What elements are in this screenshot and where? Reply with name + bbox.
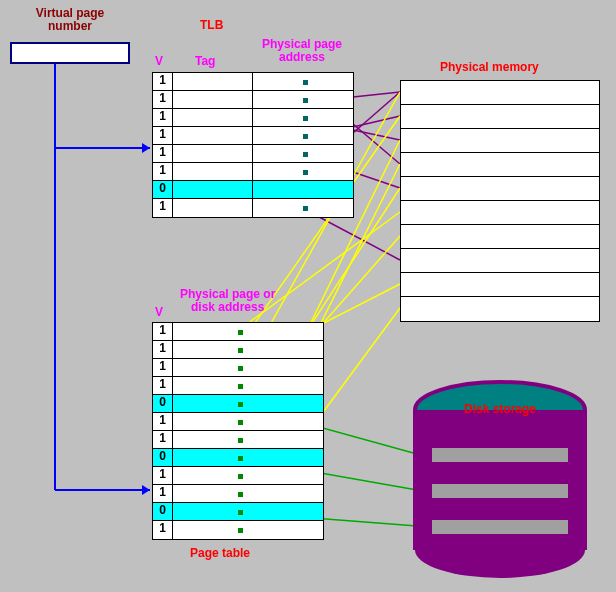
svg-marker-4 — [142, 485, 150, 495]
pt-valid-cell: 1 — [153, 341, 173, 358]
pt-addr-cell — [173, 359, 323, 376]
page-table-row: 1 — [153, 341, 323, 359]
physical-memory-row — [401, 177, 599, 201]
pt-valid-cell: 1 — [153, 431, 173, 448]
tlb-ppa-cell — [253, 109, 353, 126]
tlb-row: 1 — [153, 199, 353, 217]
pt-addr-header: Physical page or disk address — [180, 288, 275, 314]
physical-memory-label: Physical memory — [440, 60, 539, 74]
physical-memory-row — [401, 225, 599, 249]
tlb-row: 1 — [153, 127, 353, 145]
page-table: 111101101101 — [152, 322, 324, 540]
pt-valid-cell: 1 — [153, 323, 173, 340]
pt-mapping-dot — [238, 528, 243, 533]
tlb-table: 11111101 — [152, 72, 354, 218]
tlb-ppa-cell — [253, 163, 353, 180]
pt-mapping-dot — [238, 492, 243, 497]
tlb-ppa-cell — [253, 199, 353, 217]
tlb-row: 1 — [153, 163, 353, 181]
tlb-tag-cell — [173, 91, 253, 108]
pt-addr-cell — [173, 413, 323, 430]
tlb-row: 1 — [153, 73, 353, 91]
physical-memory-row — [401, 81, 599, 105]
pt-valid-cell: 0 — [153, 503, 173, 520]
physical-memory-row — [401, 201, 599, 225]
pt-valid-cell: 1 — [153, 377, 173, 394]
pt-mapping-dot — [238, 474, 243, 479]
tlb-title: TLB — [200, 18, 223, 32]
pt-mapping-dot — [238, 510, 243, 515]
tlb-valid-cell: 1 — [153, 127, 173, 144]
physical-memory-table — [400, 80, 600, 322]
physical-memory-row — [401, 249, 599, 273]
page-table-row: 0 — [153, 449, 323, 467]
tlb-valid-cell: 1 — [153, 109, 173, 126]
tlb-tag-header: Tag — [195, 54, 215, 68]
virtual-page-number-label: Virtual page number — [20, 7, 120, 33]
pt-mapping-dot — [238, 438, 243, 443]
pt-addr-cell — [173, 449, 323, 466]
pt-addr-cell — [173, 395, 323, 412]
physical-memory-row — [401, 105, 599, 129]
physical-memory-row — [401, 273, 599, 297]
page-table-row: 1 — [153, 323, 323, 341]
pt-mapping-dot — [238, 348, 243, 353]
tlb-mapping-dot — [303, 80, 308, 85]
pt-addr-cell — [173, 503, 323, 520]
tlb-mapping-dot — [303, 98, 308, 103]
page-table-row: 1 — [153, 377, 323, 395]
pt-valid-cell: 1 — [153, 467, 173, 484]
pt-mapping-dot — [238, 366, 243, 371]
tlb-ppa-cell — [253, 145, 353, 162]
pt-addr-cell — [173, 431, 323, 448]
pt-valid-cell: 1 — [153, 521, 173, 539]
page-table-row: 0 — [153, 503, 323, 521]
tlb-valid-cell: 1 — [153, 163, 173, 180]
disk-storage-label: Disk storage — [455, 402, 545, 416]
pt-addr-cell — [173, 341, 323, 358]
pt-valid-cell: 0 — [153, 449, 173, 466]
svg-marker-2 — [142, 143, 150, 153]
tlb-tag-cell — [173, 73, 253, 90]
tlb-ppa-header: Physical page address — [262, 38, 342, 64]
page-table-row: 1 — [153, 359, 323, 377]
tlb-ppa-cell — [253, 91, 353, 108]
physical-memory-row — [401, 153, 599, 177]
page-table-row: 1 — [153, 467, 323, 485]
tlb-row: 0 — [153, 181, 353, 199]
pt-mapping-dot — [238, 384, 243, 389]
physical-memory-row — [401, 129, 599, 153]
tlb-ppa-cell — [253, 127, 353, 144]
page-table-row: 1 — [153, 521, 323, 539]
pt-addr-cell — [173, 485, 323, 502]
physical-memory-row — [401, 297, 599, 321]
tlb-mapping-dot — [303, 170, 308, 175]
pt-valid-cell: 1 — [153, 359, 173, 376]
tlb-ppa-cell — [253, 73, 353, 90]
pt-mapping-dot — [238, 456, 243, 461]
tlb-tag-cell — [173, 163, 253, 180]
page-table-row: 1 — [153, 485, 323, 503]
tlb-tag-cell — [173, 145, 253, 162]
virtual-page-number-box — [10, 42, 130, 64]
pt-addr-cell — [173, 377, 323, 394]
page-table-row: 0 — [153, 395, 323, 413]
pt-mapping-dot — [238, 420, 243, 425]
pt-addr-cell — [173, 323, 323, 340]
pt-mapping-dot — [238, 402, 243, 407]
tlb-valid-cell: 1 — [153, 73, 173, 90]
pt-addr-cell — [173, 467, 323, 484]
tlb-mapping-dot — [303, 134, 308, 139]
tlb-tag-cell — [173, 109, 253, 126]
tlb-mapping-dot — [303, 206, 308, 211]
tlb-valid-cell: 1 — [153, 145, 173, 162]
page-table-row: 1 — [153, 431, 323, 449]
tlb-tag-cell — [173, 199, 253, 217]
pt-mapping-dot — [238, 330, 243, 335]
tlb-valid-cell: 1 — [153, 199, 173, 217]
tlb-valid-cell: 0 — [153, 181, 173, 198]
tlb-tag-cell — [173, 181, 253, 198]
tlb-v-header: V — [155, 54, 163, 68]
tlb-row: 1 — [153, 145, 353, 163]
tlb-row: 1 — [153, 109, 353, 127]
